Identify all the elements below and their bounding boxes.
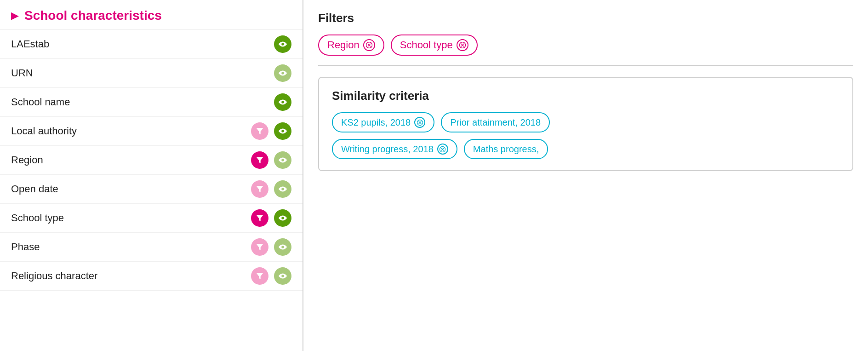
similarity-title: Similarity criteria bbox=[332, 89, 839, 103]
similarity-tag[interactable]: Writing progress, 2018 bbox=[332, 139, 457, 159]
filter-tag-label: Region bbox=[327, 39, 360, 51]
row-item: Local authority bbox=[0, 117, 303, 146]
similarity-tag[interactable]: Prior attainment, 2018 bbox=[441, 112, 550, 132]
eye-icon[interactable] bbox=[274, 64, 291, 82]
similarity-tag[interactable]: KS2 pupils, 2018 bbox=[332, 112, 434, 132]
svg-point-9 bbox=[281, 159, 284, 161]
svg-point-3 bbox=[281, 72, 284, 75]
filter-tag-remove[interactable] bbox=[363, 39, 375, 51]
funnel-icon[interactable] bbox=[251, 238, 268, 256]
row-item: Phase bbox=[0, 233, 303, 262]
funnel-icon[interactable] bbox=[251, 151, 268, 169]
similarity-tags-row: KS2 pupils, 2018 Prior attainment, 2018 bbox=[332, 112, 839, 132]
section-collapse-arrow[interactable]: ▶ bbox=[11, 10, 19, 22]
filters-tags-row: Region School type bbox=[318, 35, 853, 56]
eye-icon[interactable] bbox=[274, 180, 291, 198]
row-icons bbox=[251, 209, 291, 227]
row-item: LAEstab bbox=[0, 30, 303, 59]
funnel-icon[interactable] bbox=[251, 180, 268, 198]
svg-point-11 bbox=[281, 188, 284, 190]
filter-tag-label: School type bbox=[400, 39, 453, 51]
row-icons bbox=[274, 64, 291, 82]
eye-icon[interactable] bbox=[274, 209, 291, 227]
row-label: Open date bbox=[11, 183, 58, 195]
row-icons bbox=[274, 93, 291, 111]
row-label: LAEstab bbox=[11, 38, 49, 50]
filters-title: Filters bbox=[318, 11, 853, 25]
filter-tag-remove[interactable] bbox=[457, 39, 468, 51]
eye-icon[interactable] bbox=[274, 93, 291, 111]
funnel-icon[interactable] bbox=[251, 267, 268, 285]
row-label: URN bbox=[11, 67, 33, 79]
row-item: URN bbox=[0, 59, 303, 88]
row-icons bbox=[274, 35, 291, 53]
similarity-tags-grid: KS2 pupils, 2018 Prior attainment, 2018W… bbox=[332, 112, 839, 159]
similarity-tag-remove[interactable] bbox=[414, 117, 425, 128]
svg-point-15 bbox=[281, 246, 284, 248]
row-label: School name bbox=[11, 96, 70, 108]
filter-tag[interactable]: School type bbox=[391, 35, 478, 56]
row-label: Region bbox=[11, 154, 43, 166]
row-icons bbox=[251, 151, 291, 169]
row-label: Phase bbox=[11, 241, 40, 253]
row-icons bbox=[251, 122, 291, 140]
funnel-icon[interactable] bbox=[251, 122, 268, 140]
row-item: Religious character bbox=[0, 262, 303, 291]
rows-container: LAEstab URN School name Local authority … bbox=[0, 30, 303, 291]
similarity-tag-label: Prior attainment, 2018 bbox=[450, 117, 541, 128]
similarity-tag-remove[interactable] bbox=[437, 144, 448, 155]
similarity-tag[interactable]: Maths progress, bbox=[464, 139, 548, 159]
row-label: Religious character bbox=[11, 270, 97, 282]
row-item: School name bbox=[0, 88, 303, 117]
row-item: School type bbox=[0, 204, 303, 233]
left-panel: ▶ School characteristics LAEstab URN Sch… bbox=[0, 0, 303, 351]
similarity-tags-row: Writing progress, 2018 Maths progress, bbox=[332, 139, 839, 159]
funnel-icon[interactable] bbox=[251, 209, 268, 227]
svg-point-5 bbox=[281, 101, 284, 104]
eye-icon[interactable] bbox=[274, 151, 291, 169]
filter-tag[interactable]: Region bbox=[318, 35, 384, 56]
similarity-tag-label: KS2 pupils, 2018 bbox=[341, 117, 411, 128]
row-label: Local authority bbox=[11, 125, 77, 137]
svg-point-1 bbox=[281, 43, 284, 46]
right-panel: Filters Region School type Similarity cr… bbox=[303, 0, 868, 351]
similarity-tag-label: Writing progress, 2018 bbox=[341, 144, 434, 155]
row-icons bbox=[251, 267, 291, 285]
similarity-section: Similarity criteria KS2 pupils, 2018 Pri… bbox=[318, 77, 853, 171]
row-item: Region bbox=[0, 146, 303, 175]
row-item: Open date bbox=[0, 175, 303, 204]
section-header: ▶ School characteristics bbox=[0, 0, 303, 30]
row-icons bbox=[251, 238, 291, 256]
section-title: School characteristics bbox=[24, 8, 162, 23]
similarity-tag-label: Maths progress, bbox=[473, 144, 539, 155]
eye-icon[interactable] bbox=[274, 35, 291, 53]
filters-section: Filters Region School type bbox=[318, 11, 853, 66]
row-icons bbox=[251, 180, 291, 198]
eye-icon[interactable] bbox=[274, 267, 291, 285]
row-label: School type bbox=[11, 212, 64, 224]
svg-point-7 bbox=[281, 130, 284, 132]
svg-point-13 bbox=[281, 217, 284, 219]
svg-point-17 bbox=[281, 275, 284, 277]
eye-icon[interactable] bbox=[274, 238, 291, 256]
eye-icon[interactable] bbox=[274, 122, 291, 140]
